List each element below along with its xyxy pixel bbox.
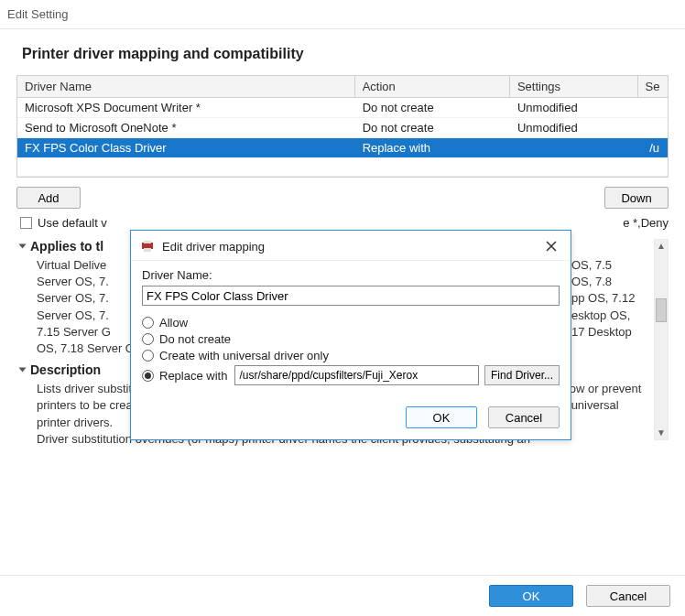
- edit-setting-window: Edit Setting Printer driver mapping and …: [0, 0, 685, 616]
- radio-allow-label: Allow: [159, 316, 188, 330]
- find-driver-button[interactable]: Find Driver...: [484, 365, 560, 385]
- col-header-se[interactable]: Se: [637, 76, 667, 98]
- col-header-driver[interactable]: Driver Name: [17, 76, 354, 98]
- chevron-down-icon[interactable]: [19, 368, 27, 373]
- radio-dot-icon: [145, 373, 151, 379]
- radio-replace-with[interactable]: [142, 370, 154, 382]
- edit-driver-mapping-dialog: Edit driver mapping Driver Name: Allow D…: [130, 230, 571, 440]
- close-button[interactable]: [541, 236, 561, 256]
- table-row-empty[interactable]: [17, 158, 668, 177]
- radio-universal[interactable]: [142, 350, 154, 362]
- col-header-settings[interactable]: Settings: [509, 76, 637, 98]
- section-header-description: Description: [30, 362, 101, 377]
- use-default-checkbox[interactable]: [20, 217, 32, 229]
- printer-icon: [140, 239, 155, 254]
- radio-do-not-create-label: Do not create: [159, 332, 231, 346]
- cell-action: Do not create: [354, 98, 509, 118]
- dialog-cancel-button[interactable]: Cancel: [488, 406, 560, 428]
- dialog-title: Edit driver mapping: [162, 240, 265, 254]
- down-button[interactable]: Down: [604, 187, 669, 209]
- page-title: Printer driver mapping and compatibility: [22, 46, 669, 62]
- window-title: Edit Setting: [0, 0, 685, 25]
- applies-text-right: OS, 7.5 OS, 7.8 pp OS, 7.12 esktop OS, 1…: [571, 257, 648, 357]
- cell-se: /u: [637, 138, 667, 158]
- svg-rect-1: [144, 241, 151, 243]
- driver-table: Driver Name Action Settings Se Microsoft…: [16, 75, 669, 178]
- radio-replace-with-label: Replace with: [159, 369, 227, 383]
- cell-driver: FX FPS Color Class Driver: [17, 138, 354, 158]
- close-icon: [546, 241, 557, 252]
- deny-text: e *,Deny: [623, 216, 669, 230]
- col-header-action[interactable]: Action: [354, 76, 509, 98]
- scroll-thumb[interactable]: [656, 298, 667, 322]
- cell-driver: Send to Microsoft OneNote *: [17, 118, 354, 138]
- cell-se: [637, 118, 667, 138]
- chevron-down-icon[interactable]: [19, 244, 27, 249]
- cell-settings: Unmodified: [509, 118, 637, 138]
- scroll-up-icon[interactable]: ▲: [655, 240, 668, 253]
- table-row-selected[interactable]: FX FPS Color Class Driver Replace with /…: [17, 138, 668, 158]
- cancel-button[interactable]: Cancel: [586, 585, 670, 607]
- cell-action: Do not create: [354, 118, 509, 138]
- cell-action: Replace with: [354, 138, 509, 158]
- svg-rect-0: [142, 243, 153, 249]
- table-header-row: Driver Name Action Settings Se: [17, 76, 668, 98]
- svg-rect-2: [144, 248, 151, 252]
- radio-universal-label: Create with universal driver only: [159, 349, 329, 362]
- add-button[interactable]: Add: [16, 187, 81, 209]
- dialog-ok-button[interactable]: OK: [406, 406, 477, 428]
- scroll-down-icon[interactable]: ▼: [655, 427, 668, 439]
- use-default-label: Use default v: [38, 216, 107, 230]
- cell-settings: [509, 138, 637, 158]
- driver-name-input[interactable]: [142, 286, 560, 306]
- driver-name-label: Driver Name:: [142, 268, 560, 282]
- dialog-footer: OK Cancel: [0, 575, 685, 616]
- section-header-applies: Applies to tl: [30, 239, 103, 254]
- use-default-row: Use default v e *,Deny: [20, 216, 669, 230]
- scrollbar[interactable]: ▲ ▼: [654, 239, 669, 440]
- cell-settings: Unmodified: [509, 98, 637, 118]
- replace-path-input[interactable]: [234, 365, 479, 385]
- cell-se: [637, 98, 667, 118]
- ok-button[interactable]: OK: [489, 585, 573, 607]
- table-buttons: Add Down: [16, 187, 669, 209]
- radio-do-not-create[interactable]: [142, 333, 154, 345]
- table-row[interactable]: Microsoft XPS Document Writer * Do not c…: [17, 98, 668, 118]
- cell-driver: Microsoft XPS Document Writer *: [17, 98, 354, 118]
- radio-allow[interactable]: [142, 317, 154, 329]
- table-row[interactable]: Send to Microsoft OneNote * Do not creat…: [17, 118, 668, 138]
